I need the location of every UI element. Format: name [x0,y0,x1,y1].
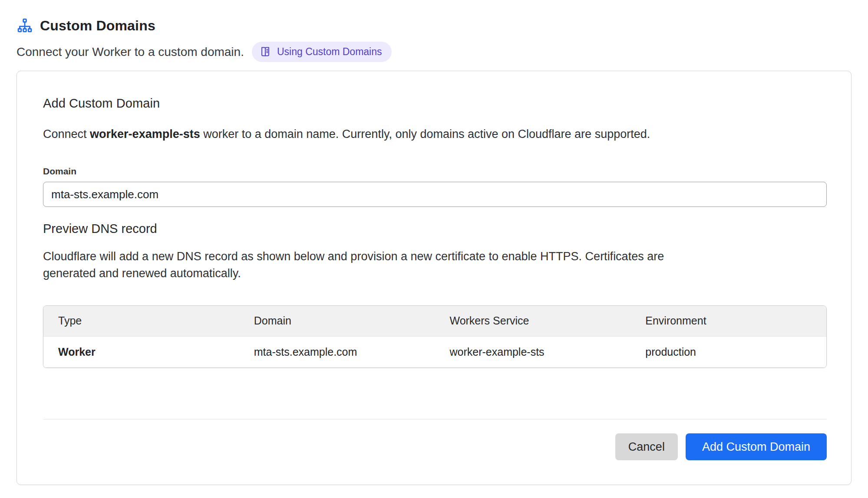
column-header-domain: Domain [239,306,435,336]
page-title: Custom Domains [40,18,155,34]
table-header-row: Type Domain Workers Service Environment [43,306,826,336]
sitemap-icon [17,17,33,34]
custom-domains-page: Custom Domains Connect your Worker to a … [0,0,868,485]
cell-workers-service: worker-example-sts [435,336,631,367]
card-description: Connect worker-example-sts worker to a d… [43,126,827,142]
column-header-type: Type [43,306,239,336]
subtitle-row: Connect your Worker to a custom domain. … [17,42,851,62]
column-header-workers-service: Workers Service [435,306,631,336]
domain-field-label: Domain [43,166,827,177]
using-custom-domains-label: Using Custom Domains [277,46,382,58]
card-heading: Add Custom Domain [43,96,827,111]
cell-environment: production [630,336,826,367]
preview-dns-heading: Preview DNS record [43,222,827,236]
cell-type: Worker [43,336,239,367]
domain-input[interactable] [43,182,827,207]
footer-divider [43,419,827,419]
card-footer: Cancel Add Custom Domain [43,433,827,460]
add-custom-domain-card: Add Custom Domain Connect worker-example… [17,71,851,485]
description-suffix: worker to a domain name. Currently, only… [200,128,650,141]
page-header: Custom Domains [17,17,851,34]
description-prefix: Connect [43,128,90,141]
page-subtitle: Connect your Worker to a custom domain. [17,45,244,59]
dns-preview-table: Type Domain Workers Service Environment … [43,305,827,368]
cancel-button[interactable]: Cancel [615,433,678,460]
cell-domain: mta-sts.example.com [239,336,435,367]
using-custom-domains-link[interactable]: Using Custom Domains [252,42,392,62]
column-header-environment: Environment [630,306,826,336]
table-row: Worker mta-sts.example.com worker-exampl… [43,336,826,367]
preview-dns-description: Cloudflare will add a new DNS record as … [43,248,694,282]
add-custom-domain-button[interactable]: Add Custom Domain [686,433,827,460]
worker-name: worker-example-sts [90,128,200,141]
open-book-icon [259,46,271,58]
